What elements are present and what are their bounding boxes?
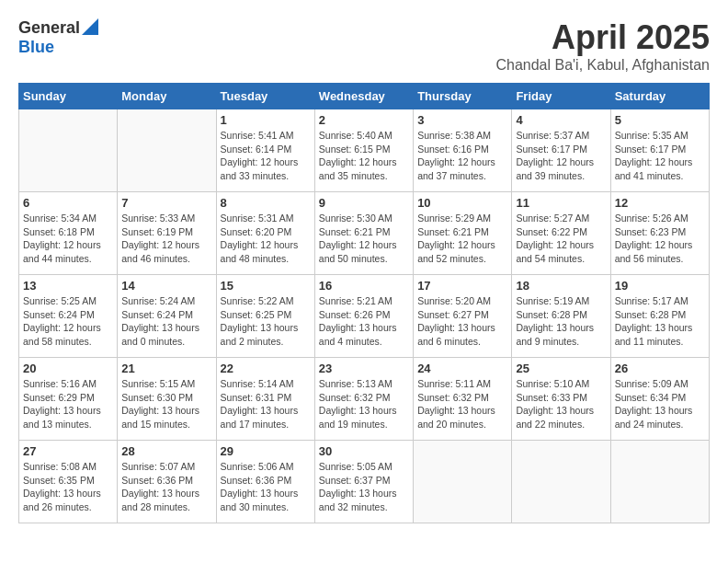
calendar-cell: 11Sunrise: 5:27 AMSunset: 6:22 PMDayligh…: [512, 192, 610, 275]
day-info: Sunrise: 5:16 AMSunset: 6:29 PMDaylight:…: [23, 377, 113, 431]
day-number: 28: [121, 444, 211, 458]
calendar-cell: 18Sunrise: 5:19 AMSunset: 6:28 PMDayligh…: [512, 275, 610, 358]
day-of-week-header: Tuesday: [216, 84, 314, 109]
calendar-cell: 4Sunrise: 5:37 AMSunset: 6:17 PMDaylight…: [512, 109, 610, 192]
day-number: 23: [319, 362, 409, 375]
day-info: Sunrise: 5:40 AMSunset: 6:15 PMDaylight:…: [319, 129, 409, 183]
day-number: 6: [23, 196, 113, 210]
day-number: 24: [417, 362, 507, 375]
calendar-cell: 24Sunrise: 5:11 AMSunset: 6:32 PMDayligh…: [414, 358, 512, 441]
calendar-cell: 3Sunrise: 5:38 AMSunset: 6:16 PMDaylight…: [414, 109, 512, 192]
day-number: 10: [417, 196, 507, 210]
day-info: Sunrise: 5:31 AMSunset: 6:20 PMDaylight:…: [221, 212, 311, 266]
calendar-cell: 17Sunrise: 5:20 AMSunset: 6:27 PMDayligh…: [414, 275, 512, 358]
day-info: Sunrise: 5:11 AMSunset: 6:32 PMDaylight:…: [417, 377, 507, 431]
day-info: Sunrise: 5:25 AMSunset: 6:24 PMDaylight:…: [23, 294, 113, 349]
day-info: Sunrise: 5:22 AMSunset: 6:25 PMDaylight:…: [221, 294, 311, 349]
day-info: Sunrise: 5:33 AMSunset: 6:19 PMDaylight:…: [121, 212, 211, 266]
calendar-body: 1Sunrise: 5:41 AMSunset: 6:14 PMDaylight…: [19, 109, 710, 523]
day-number: 19: [615, 279, 705, 293]
calendar-cell: 21Sunrise: 5:15 AMSunset: 6:30 PMDayligh…: [118, 358, 216, 441]
day-number: 4: [516, 113, 606, 127]
day-of-week-header: Thursday: [414, 84, 512, 109]
calendar-cell: 12Sunrise: 5:26 AMSunset: 6:23 PMDayligh…: [610, 192, 709, 275]
calendar-cell: 8Sunrise: 5:31 AMSunset: 6:20 PMDaylight…: [216, 192, 314, 275]
calendar-week-row: 20Sunrise: 5:16 AMSunset: 6:29 PMDayligh…: [19, 358, 710, 441]
calendar-cell: 20Sunrise: 5:16 AMSunset: 6:29 PMDayligh…: [19, 358, 118, 441]
calendar-cell: 29Sunrise: 5:06 AMSunset: 6:36 PMDayligh…: [216, 441, 314, 523]
logo-triangle-icon: [82, 18, 98, 35]
day-of-week-header: Friday: [512, 84, 610, 109]
day-info: Sunrise: 5:35 AMSunset: 6:17 PMDaylight:…: [615, 129, 705, 183]
calendar-cell: 2Sunrise: 5:40 AMSunset: 6:15 PMDaylight…: [314, 109, 413, 192]
calendar-header: SundayMondayTuesdayWednesdayThursdayFrid…: [19, 84, 710, 109]
calendar-week-row: 6Sunrise: 5:34 AMSunset: 6:18 PMDaylight…: [19, 192, 710, 275]
page-header: General Blue April 2025 Chandal Ba'i, Ka…: [18, 18, 710, 74]
calendar-cell: 6Sunrise: 5:34 AMSunset: 6:18 PMDaylight…: [19, 192, 118, 275]
calendar-cell: [610, 441, 709, 523]
calendar-table: SundayMondayTuesdayWednesdayThursdayFrid…: [18, 83, 710, 523]
day-info: Sunrise: 5:21 AMSunset: 6:26 PMDaylight:…: [319, 294, 409, 349]
day-number: 11: [516, 196, 606, 210]
day-number: 26: [615, 362, 705, 375]
day-info: Sunrise: 5:34 AMSunset: 6:18 PMDaylight:…: [23, 212, 113, 266]
month-title: April 2025: [495, 18, 710, 57]
day-info: Sunrise: 5:26 AMSunset: 6:23 PMDaylight:…: [615, 212, 705, 266]
day-info: Sunrise: 5:30 AMSunset: 6:21 PMDaylight:…: [319, 212, 409, 266]
day-number: 8: [221, 196, 311, 210]
calendar-cell: 30Sunrise: 5:05 AMSunset: 6:37 PMDayligh…: [314, 441, 413, 523]
calendar-cell: 5Sunrise: 5:35 AMSunset: 6:17 PMDaylight…: [610, 109, 709, 192]
day-number: 17: [417, 279, 507, 293]
day-number: 20: [23, 362, 113, 375]
calendar-cell: 26Sunrise: 5:09 AMSunset: 6:34 PMDayligh…: [610, 358, 709, 441]
calendar-cell: 19Sunrise: 5:17 AMSunset: 6:28 PMDayligh…: [610, 275, 709, 358]
svg-marker-0: [82, 18, 98, 35]
day-info: Sunrise: 5:24 AMSunset: 6:24 PMDaylight:…: [121, 294, 211, 349]
day-of-week-header: Wednesday: [314, 84, 413, 109]
day-number: 25: [516, 362, 606, 375]
day-info: Sunrise: 5:41 AMSunset: 6:14 PMDaylight:…: [221, 129, 311, 183]
calendar-cell: [512, 441, 610, 523]
day-info: Sunrise: 5:15 AMSunset: 6:30 PMDaylight:…: [121, 377, 211, 431]
day-number: 21: [121, 362, 211, 375]
calendar-cell: [118, 109, 216, 192]
calendar-cell: 15Sunrise: 5:22 AMSunset: 6:25 PMDayligh…: [216, 275, 314, 358]
day-info: Sunrise: 5:05 AMSunset: 6:37 PMDaylight:…: [319, 460, 409, 514]
day-info: Sunrise: 5:17 AMSunset: 6:28 PMDaylight:…: [615, 294, 705, 349]
calendar-week-row: 27Sunrise: 5:08 AMSunset: 6:35 PMDayligh…: [19, 441, 710, 523]
day-number: 13: [23, 279, 113, 293]
day-info: Sunrise: 5:20 AMSunset: 6:27 PMDaylight:…: [417, 294, 507, 349]
day-info: Sunrise: 5:13 AMSunset: 6:32 PMDaylight:…: [319, 377, 409, 431]
day-info: Sunrise: 5:10 AMSunset: 6:33 PMDaylight:…: [516, 377, 606, 431]
day-number: 3: [417, 113, 507, 127]
calendar-week-row: 13Sunrise: 5:25 AMSunset: 6:24 PMDayligh…: [19, 275, 710, 358]
calendar-cell: [19, 109, 118, 192]
day-number: 12: [615, 196, 705, 210]
day-number: 9: [319, 196, 409, 210]
calendar-cell: 25Sunrise: 5:10 AMSunset: 6:33 PMDayligh…: [512, 358, 610, 441]
location-title: Chandal Ba'i, Kabul, Afghanistan: [495, 57, 710, 74]
title-section: April 2025 Chandal Ba'i, Kabul, Afghanis…: [495, 18, 710, 74]
day-of-week-header: Saturday: [610, 84, 709, 109]
calendar-cell: 1Sunrise: 5:41 AMSunset: 6:14 PMDaylight…: [216, 109, 314, 192]
calendar-cell: 27Sunrise: 5:08 AMSunset: 6:35 PMDayligh…: [19, 441, 118, 523]
logo-general: General: [18, 18, 80, 38]
calendar-cell: 10Sunrise: 5:29 AMSunset: 6:21 PMDayligh…: [414, 192, 512, 275]
calendar-cell: 16Sunrise: 5:21 AMSunset: 6:26 PMDayligh…: [314, 275, 413, 358]
calendar-cell: 7Sunrise: 5:33 AMSunset: 6:19 PMDaylight…: [118, 192, 216, 275]
day-of-week-header: Monday: [118, 84, 216, 109]
day-of-week-header: Sunday: [19, 84, 118, 109]
calendar-cell: 14Sunrise: 5:24 AMSunset: 6:24 PMDayligh…: [118, 275, 216, 358]
day-number: 18: [516, 279, 606, 293]
day-info: Sunrise: 5:09 AMSunset: 6:34 PMDaylight:…: [615, 377, 705, 431]
calendar-cell: 22Sunrise: 5:14 AMSunset: 6:31 PMDayligh…: [216, 358, 314, 441]
day-info: Sunrise: 5:19 AMSunset: 6:28 PMDaylight:…: [516, 294, 606, 349]
day-number: 29: [221, 444, 311, 458]
day-number: 16: [319, 279, 409, 293]
day-number: 27: [23, 444, 113, 458]
day-info: Sunrise: 5:38 AMSunset: 6:16 PMDaylight:…: [417, 129, 507, 183]
calendar-week-row: 1Sunrise: 5:41 AMSunset: 6:14 PMDaylight…: [19, 109, 710, 192]
day-number: 5: [615, 113, 705, 127]
logo-blue: Blue: [18, 38, 54, 57]
day-info: Sunrise: 5:08 AMSunset: 6:35 PMDaylight:…: [23, 460, 113, 514]
